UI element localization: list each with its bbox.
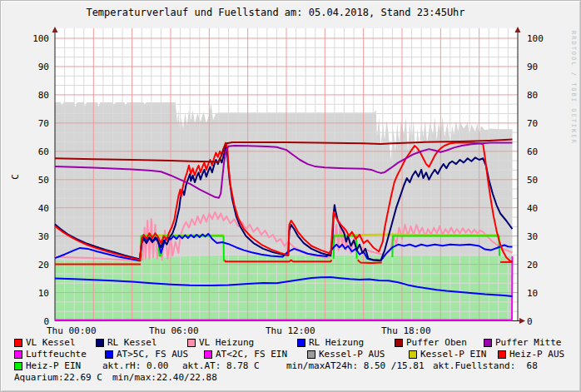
legend-label: min/max:22.40/22.88 [112, 373, 217, 383]
y-tick-label: 50 [527, 175, 538, 186]
y-tick-label: 90 [16, 62, 49, 72]
legend-label: akt.AT: 8.78 C [182, 361, 260, 371]
legend-label: RL Heizung [309, 338, 364, 348]
legend-label: Heiz-P EIN [26, 361, 81, 371]
legend-label: Kessel-P AUS [319, 350, 385, 360]
legend-label: RL Kessel [107, 338, 157, 348]
legend-swatch [14, 339, 22, 347]
y-tick-label: 0 [16, 316, 49, 327]
legend-swatch [14, 362, 22, 370]
y-tick-label: 80 [16, 90, 49, 101]
rrdtool-graph: Temperaturverlauf und Fuellstand am: 05.… [0, 0, 581, 392]
y-tick-label: 40 [527, 203, 538, 214]
legend-swatch [187, 339, 196, 347]
legend-swatch [498, 350, 506, 359]
legend-swatch [14, 350, 22, 359]
legend-swatch [105, 350, 113, 359]
y-tick-label: 40 [16, 203, 49, 214]
y-tick-label: 0 [527, 316, 533, 327]
y-tick-label: 80 [527, 90, 538, 101]
x-tick-label: Thu 00:00 [47, 325, 97, 336]
y-tick-label: 10 [16, 288, 49, 299]
legend-label: Aquarium:22.69 C [14, 373, 102, 383]
legend-label: akt.Fuellstand: 68 [433, 361, 538, 371]
legend-label: Puffer Mitte [495, 338, 561, 348]
y-tick-label: 100 [527, 33, 544, 44]
y-tick-label: 70 [527, 118, 538, 129]
y-tick-label: 20 [527, 260, 538, 270]
legend-label: Puffer Oben [406, 338, 467, 348]
rrdtool-watermark: RRDTOOL / TOBI OETIKER [570, 31, 577, 145]
y-tick-label: 10 [527, 288, 538, 299]
legend-label: min/maxAT24h: 8.50 /15.81 [286, 361, 425, 371]
legend-label: Luftfeuchte [26, 350, 87, 360]
y-tick-label: 60 [16, 146, 49, 157]
x-tick-label: Thu 12:00 [266, 325, 315, 336]
y-tick-label: 100 [16, 33, 49, 44]
legend-swatch [484, 339, 492, 347]
legend-label: VL Heizung [199, 338, 254, 348]
x-tick-label: Thu 18:00 [381, 325, 431, 336]
y-tick-label: 30 [16, 231, 49, 242]
legend-swatch [96, 339, 104, 347]
legend-label: akt.rH: 0.00 [102, 361, 168, 371]
legend-label: VL Kessel [26, 338, 76, 348]
legend-swatch [395, 339, 403, 347]
series-Luftfeuchte [512, 256, 513, 320]
legend-swatch [297, 339, 305, 347]
y-tick-label: 60 [527, 146, 538, 157]
legend-label: Heiz-P AUS [509, 350, 564, 360]
y-tick-label: 30 [527, 231, 538, 242]
y-tick-label: 50 [16, 175, 49, 186]
y-tick-label: 70 [16, 118, 49, 129]
legend-swatch [409, 350, 417, 359]
legend-label: Kessel-P EIN [420, 350, 486, 360]
legend-label: AT<2C, FS EIN [216, 350, 287, 360]
legend-swatch [307, 350, 315, 359]
y-tick-label: 20 [16, 260, 49, 270]
x-tick-label: Thu 06:00 [149, 325, 199, 336]
legend-swatch [204, 350, 212, 359]
legend-label: AT>5C, FS AUS [117, 350, 188, 360]
y-tick-label: 90 [527, 62, 538, 72]
